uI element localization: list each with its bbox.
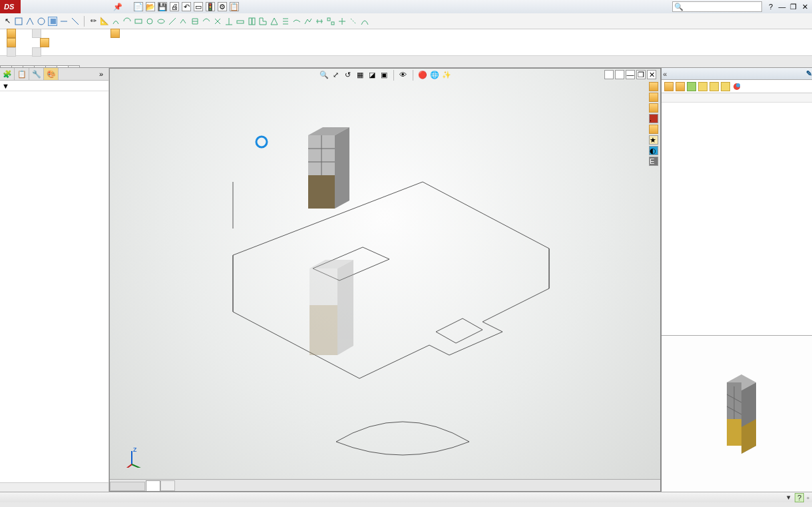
tool-icon[interactable] <box>281 17 290 26</box>
tab-sketch[interactable] <box>23 65 35 67</box>
lib-icon[interactable] <box>687 82 696 91</box>
edit-frame-button[interactable] <box>104 29 129 38</box>
tool-icon[interactable]: ✏ <box>89 17 98 26</box>
lib-filter-row[interactable] <box>662 93 812 103</box>
svg-point-31 <box>736 83 740 87</box>
tab-assembly[interactable] <box>0 65 12 67</box>
edgeband-icon <box>7 47 16 57</box>
fm-tab-display-icon[interactable]: 🎨 <box>44 68 59 80</box>
fm-filter-icon[interactable]: ▼ <box>0 81 108 91</box>
tool-icon[interactable] <box>258 17 268 26</box>
view-triad-icon: z y x <box>122 448 142 468</box>
tool-icon[interactable] <box>59 17 69 26</box>
lib-icon[interactable] <box>732 82 741 91</box>
lib-icon[interactable] <box>664 82 674 91</box>
svg-rect-7 <box>249 18 252 25</box>
lib-icon[interactable] <box>676 82 685 91</box>
tab-swood-cam[interactable] <box>68 65 80 67</box>
fm-collapse-icon[interactable]: » <box>94 68 108 80</box>
open-doc-icon[interactable]: 📂 <box>146 2 155 11</box>
tool-icon[interactable] <box>247 17 256 26</box>
tool-icon[interactable] <box>48 17 57 26</box>
create-new-panel-button[interactable] <box>0 29 25 38</box>
select-icon[interactable]: ▭ <box>194 2 203 11</box>
tool-icon[interactable] <box>179 17 188 26</box>
pin-icon[interactable]: ✎ <box>806 69 812 78</box>
tool-icon[interactable] <box>236 17 245 26</box>
svg-rect-9 <box>327 18 330 21</box>
minimize-icon[interactable]: — <box>777 2 787 11</box>
lib-icon[interactable] <box>698 82 708 91</box>
tool-icon[interactable] <box>14 17 23 26</box>
undo-icon[interactable]: ↶ <box>182 2 191 11</box>
svg-rect-0 <box>15 18 22 25</box>
tab-layout[interactable] <box>11 65 23 67</box>
search-commands-input[interactable]: 🔍 <box>672 1 762 12</box>
new-doc-icon[interactable]: 📄 <box>134 2 143 11</box>
lib-icon[interactable] <box>721 82 730 91</box>
tool-icon[interactable] <box>37 17 46 26</box>
svg-marker-15 <box>335 127 349 209</box>
capture-icon[interactable]: 📋 <box>230 2 239 11</box>
fm-tab-properties-icon[interactable]: 📋 <box>15 68 29 80</box>
tool-icon[interactable] <box>190 17 200 26</box>
fm-tab-config-icon[interactable]: 🔧 <box>29 68 44 80</box>
print-icon[interactable]: 🖨 <box>170 2 179 11</box>
status-dropdown-icon[interactable]: ▾ <box>787 493 791 502</box>
tool-icon[interactable] <box>224 17 234 26</box>
menu-pin-icon[interactable]: 📌 <box>108 3 127 11</box>
tool-icon[interactable] <box>111 17 120 26</box>
tool-icon[interactable] <box>326 17 335 26</box>
tool-icon[interactable] <box>122 17 132 26</box>
feature-manager-panel: 🧩 📋 🔧 🎨 » ▼ <box>0 68 109 492</box>
tool-icon[interactable] <box>292 17 302 26</box>
tool-icon[interactable] <box>25 17 35 26</box>
tool-icon[interactable] <box>304 17 313 26</box>
tab-swood-design[interactable] <box>57 65 69 67</box>
tool-icon[interactable] <box>134 17 143 26</box>
tool-icon[interactable] <box>145 17 154 26</box>
fm-tab-tree-icon[interactable]: 🧩 <box>0 68 15 80</box>
tool-icon[interactable] <box>349 17 358 26</box>
tool-icon[interactable] <box>270 17 279 26</box>
library-preview <box>662 335 812 492</box>
options-icon[interactable]: ⚙ <box>218 2 227 11</box>
help-icon[interactable]: ? <box>766 2 775 11</box>
tab-model[interactable] <box>146 480 160 491</box>
maximize-icon[interactable]: ❐ <box>789 2 798 11</box>
horizontal-scrollbar[interactable] <box>0 482 108 492</box>
status-bar: ▾ ? ◦ <box>0 492 812 502</box>
svg-rect-2 <box>51 19 56 24</box>
insert-connectors-button[interactable] <box>33 38 59 47</box>
tab-evaluate[interactable] <box>34 65 46 67</box>
close-icon[interactable]: ✕ <box>800 2 809 11</box>
svg-point-1 <box>38 18 45 25</box>
status-warn-icon[interactable]: ◦ <box>807 494 809 502</box>
lib-icon[interactable] <box>710 82 719 91</box>
tool-icon[interactable] <box>168 17 177 26</box>
tab-render-tools[interactable] <box>45 65 57 67</box>
edit-panel-button[interactable] <box>0 38 25 47</box>
tool-icon[interactable] <box>202 17 211 26</box>
collapse-left-icon[interactable]: « <box>662 70 668 78</box>
status-help-icon[interactable]: ? <box>795 493 804 502</box>
new-edge-band-button <box>0 47 25 57</box>
tool-icon[interactable] <box>360 17 369 26</box>
tool-icon[interactable] <box>337 17 347 26</box>
tool-icon[interactable] <box>213 17 222 26</box>
svg-rect-6 <box>237 21 244 23</box>
tool-icon[interactable]: ↖ <box>3 17 12 26</box>
search-icon: 🔍 <box>674 3 684 11</box>
svg-rect-8 <box>252 18 255 25</box>
tab-motion-study[interactable] <box>160 480 175 491</box>
animation-controls[interactable] <box>110 482 145 491</box>
graphics-viewport[interactable]: 🔍 ⤢ ↺ ▦ ◪ ▣ 👁 🔴 🌐 ✨ — ❐ ✕ . ★ <box>109 68 661 492</box>
tool-icon[interactable] <box>71 17 80 26</box>
rebuild-icon[interactable]: 🚦 <box>206 2 215 11</box>
save-icon[interactable]: 💾 <box>158 2 167 11</box>
svg-point-11 <box>256 137 267 147</box>
tool-icon[interactable] <box>156 17 166 26</box>
edit-panel-icon <box>7 38 16 47</box>
tool-icon[interactable]: 📐 <box>100 17 109 26</box>
tool-icon[interactable] <box>315 17 324 26</box>
